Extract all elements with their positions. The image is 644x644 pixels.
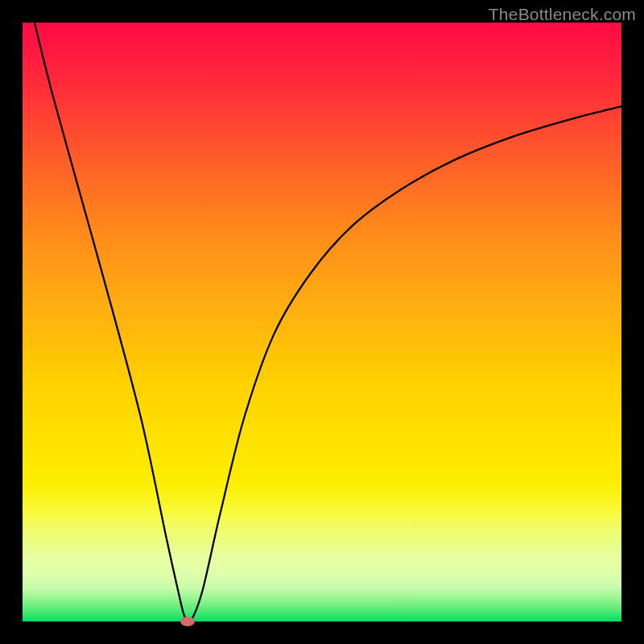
chart-frame: TheBottleneck.com xyxy=(0,0,644,644)
watermark-label: TheBottleneck.com xyxy=(489,5,636,24)
optimal-point-marker xyxy=(180,617,195,626)
plot-area xyxy=(23,23,621,621)
